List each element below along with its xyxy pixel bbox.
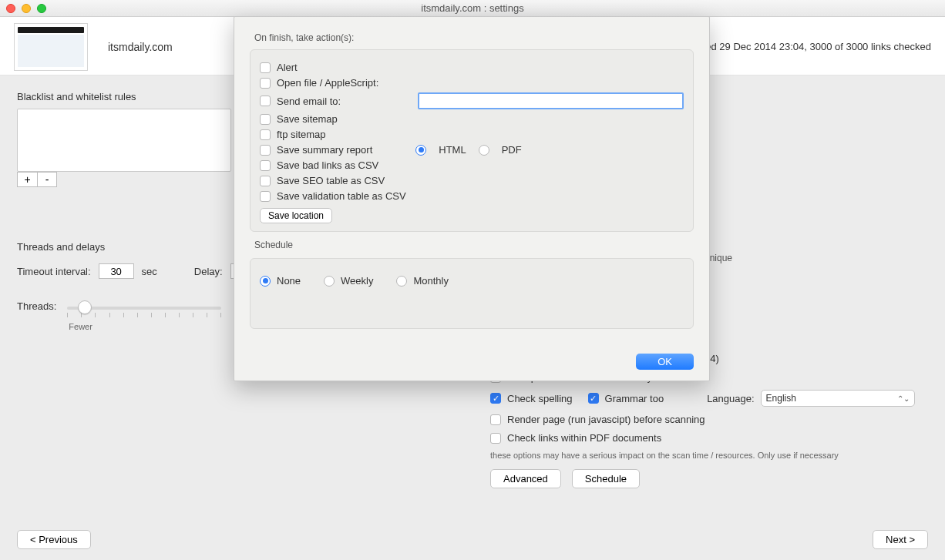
schedule-button[interactable]: Schedule [572,469,640,488]
language-label: Language: [707,393,754,404]
save-location-button[interactable]: Save location [260,208,332,223]
save-badlinks-checkbox[interactable] [260,160,271,171]
actions-heading: On finish, take action(s): [254,32,694,43]
save-validation-label: Save validation table as CSV [277,190,406,202]
fewer-label: Fewer [69,322,92,331]
render-page-label: Render page (run javascipt) before scann… [507,414,705,425]
chevron-updown-icon: ⌃⌄ [897,394,910,403]
schedule-monthly-radio[interactable] [396,276,407,287]
schedule-none-radio[interactable] [260,276,271,287]
check-pdf-checkbox[interactable] [490,433,501,444]
language-select[interactable]: English ⌃⌄ [761,390,915,407]
schedule-heading: Schedule [254,240,694,250]
add-rule-button[interactable]: + [17,172,37,187]
alert-checkbox[interactable] [260,62,271,73]
save-sitemap-checkbox[interactable] [260,114,271,125]
ftp-sitemap-checkbox[interactable] [260,129,271,140]
actions-sheet: On finish, take action(s): Alert Open fi… [234,16,710,381]
save-summary-label: Save summary report [277,144,372,156]
check-pdf-label: Check links within PDF documents [507,432,661,444]
save-seotable-label: Save SEO table as CSV [277,175,385,186]
save-validation-checkbox[interactable] [260,191,271,202]
remove-rule-button[interactable]: - [37,172,57,187]
timeout-input[interactable] [99,263,134,279]
open-file-label: Open file / AppleScript: [277,77,378,89]
schedule-panel: None Weekly Monthly [250,258,694,329]
save-badlinks-label: Save bad links as CSV [277,159,378,171]
save-sitemap-label: Save sitemap [277,113,338,125]
window-title: itsmdaily.com : settings [0,2,945,14]
threads-slider[interactable]: Fewer [67,300,221,331]
open-file-checkbox[interactable] [260,78,271,89]
actions-panel: Alert Open file / AppleScript: Send emai… [250,49,694,232]
summary-html-label: HTML [439,144,466,156]
titlebar: itsmdaily.com : settings [0,0,945,17]
ok-button[interactable]: OK [636,354,694,370]
paren-value: 04) [705,353,930,364]
grammar-checkbox[interactable]: ✓ [588,393,599,404]
schedule-weekly-label: Weekly [341,275,373,287]
send-email-input[interactable] [418,92,684,109]
send-email-label: Send email to: [277,96,341,107]
schedule-none-label: None [277,275,301,287]
rules-listbox[interactable] [17,109,231,172]
ftp-sitemap-label: ftp sitemap [277,129,326,140]
unique-label: unique [705,253,930,263]
previous-button[interactable]: < Previous [17,530,91,549]
impact-note: these options may have a serious impact … [490,451,930,460]
schedule-weekly-radio[interactable] [324,276,335,287]
save-summary-checkbox[interactable] [260,145,271,156]
grammar-label: Grammar too [605,393,664,404]
send-email-checkbox[interactable] [260,96,271,106]
save-seotable-checkbox[interactable] [260,176,271,186]
summary-html-radio[interactable] [415,145,426,156]
scan-status-text: ked 29 Dec 2014 23:04, 3000 of 3000 link… [701,41,931,52]
next-button[interactable]: Next > [873,530,928,549]
schedule-monthly-label: Monthly [413,275,449,287]
check-spelling-label: Check spelling [507,393,573,404]
delay-label: Delay: [194,266,223,277]
timeout-unit: sec [142,266,157,277]
summary-pdf-label: PDF [502,144,522,156]
advanced-button[interactable]: Advanced [490,469,561,488]
alert-label: Alert [277,62,298,73]
summary-pdf-radio[interactable] [479,145,489,156]
footer-nav: < Previous Next > [17,530,928,549]
render-page-checkbox[interactable] [490,414,501,425]
timeout-label: Timeout interval: [17,266,91,277]
site-name: itsmdaily.com [108,41,173,53]
check-spelling-checkbox[interactable]: ✓ [490,393,501,404]
threads-label: Threads: [17,300,56,312]
site-thumbnail [14,23,88,71]
language-value: English [766,393,796,404]
